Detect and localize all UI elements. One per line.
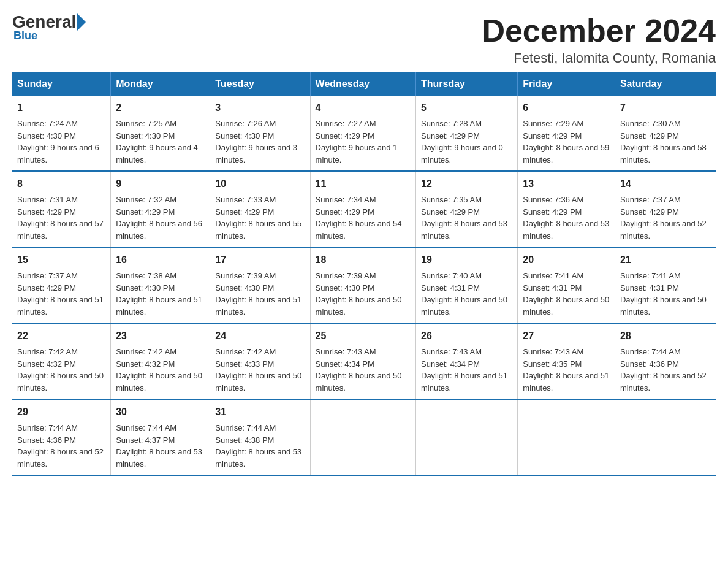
calendar-cell: 5 Sunrise: 7:28 AM Sunset: 4:29 PM Dayli… xyxy=(416,96,518,171)
calendar-cell xyxy=(615,399,716,475)
day-sunrise: Sunrise: 7:44 AM xyxy=(215,423,276,432)
day-sunrise: Sunrise: 7:36 AM xyxy=(523,195,583,204)
day-number: 5 xyxy=(421,101,512,115)
day-sunset: Sunset: 4:34 PM xyxy=(421,359,480,369)
day-sunrise: Sunrise: 7:35 AM xyxy=(421,195,482,204)
day-number: 10 xyxy=(215,177,305,191)
day-sunset: Sunset: 4:29 PM xyxy=(116,207,175,216)
day-sunrise: Sunrise: 7:27 AM xyxy=(316,119,376,128)
day-number: 7 xyxy=(620,101,711,115)
day-sunrise: Sunrise: 7:42 AM xyxy=(215,347,276,356)
calendar-cell: 24 Sunrise: 7:42 AM Sunset: 4:33 PM Dayl… xyxy=(210,323,310,399)
day-sunrise: Sunrise: 7:40 AM xyxy=(421,271,482,280)
calendar-cell: 6 Sunrise: 7:29 AM Sunset: 4:29 PM Dayli… xyxy=(518,96,615,171)
day-sunrise: Sunrise: 7:41 AM xyxy=(523,271,583,280)
day-daylight: Daylight: 8 hours and 51 minutes. xyxy=(421,371,507,393)
calendar-cell: 11 Sunrise: 7:34 AM Sunset: 4:29 PM Dayl… xyxy=(310,171,415,247)
day-sunset: Sunset: 4:30 PM xyxy=(316,283,374,293)
day-sunset: Sunset: 4:30 PM xyxy=(116,283,175,293)
day-sunrise: Sunrise: 7:28 AM xyxy=(421,119,482,128)
day-number: 2 xyxy=(116,101,205,115)
calendar-cell: 8 Sunrise: 7:31 AM Sunset: 4:29 PM Dayli… xyxy=(12,171,111,247)
calendar-cell: 23 Sunrise: 7:42 AM Sunset: 4:32 PM Dayl… xyxy=(111,323,210,399)
day-daylight: Daylight: 8 hours and 59 minutes. xyxy=(523,143,609,164)
day-daylight: Daylight: 8 hours and 50 minutes. xyxy=(620,295,707,316)
day-daylight: Daylight: 8 hours and 53 minutes. xyxy=(523,219,609,240)
day-number: 27 xyxy=(523,329,610,343)
day-sunset: Sunset: 4:29 PM xyxy=(620,207,679,216)
day-sunrise: Sunrise: 7:37 AM xyxy=(17,271,78,280)
day-daylight: Daylight: 9 hours and 3 minutes. xyxy=(215,143,297,164)
calendar-cell: 4 Sunrise: 7:27 AM Sunset: 4:29 PM Dayli… xyxy=(310,96,415,171)
day-daylight: Daylight: 9 hours and 4 minutes. xyxy=(116,143,198,164)
day-sunset: Sunset: 4:32 PM xyxy=(17,359,76,369)
day-number: 23 xyxy=(116,329,205,343)
day-sunset: Sunset: 4:30 PM xyxy=(215,283,274,293)
calendar-subtitle: Fetesti, Ialomita County, Romania xyxy=(482,50,716,66)
day-daylight: Daylight: 8 hours and 51 minutes. xyxy=(215,295,301,316)
day-sunrise: Sunrise: 7:44 AM xyxy=(116,423,176,432)
day-sunset: Sunset: 4:37 PM xyxy=(116,435,175,445)
day-daylight: Daylight: 8 hours and 58 minutes. xyxy=(620,143,707,164)
calendar-cell: 28 Sunrise: 7:44 AM Sunset: 4:36 PM Dayl… xyxy=(615,323,716,399)
day-number: 30 xyxy=(116,405,205,419)
day-number: 17 xyxy=(215,253,305,267)
header-wednesday: Wednesday xyxy=(310,72,415,96)
day-daylight: Daylight: 8 hours and 54 minutes. xyxy=(316,219,402,240)
day-sunrise: Sunrise: 7:43 AM xyxy=(316,347,376,356)
header-thursday: Thursday xyxy=(416,72,518,96)
calendar-cell: 3 Sunrise: 7:26 AM Sunset: 4:30 PM Dayli… xyxy=(210,96,310,171)
day-sunset: Sunset: 4:33 PM xyxy=(215,359,274,369)
calendar-week-row: 15 Sunrise: 7:37 AM Sunset: 4:29 PM Dayl… xyxy=(12,247,716,323)
day-daylight: Daylight: 8 hours and 53 minutes. xyxy=(421,219,507,240)
day-sunrise: Sunrise: 7:25 AM xyxy=(116,119,176,128)
day-number: 13 xyxy=(523,177,610,191)
day-number: 16 xyxy=(116,253,205,267)
day-number: 25 xyxy=(316,329,411,343)
calendar-cell: 29 Sunrise: 7:44 AM Sunset: 4:36 PM Dayl… xyxy=(12,399,111,475)
calendar-cell: 12 Sunrise: 7:35 AM Sunset: 4:29 PM Dayl… xyxy=(416,171,518,247)
day-daylight: Daylight: 9 hours and 0 minutes. xyxy=(421,143,503,164)
day-number: 28 xyxy=(620,329,711,343)
logo-blue-text: Blue xyxy=(13,29,37,42)
calendar-week-row: 22 Sunrise: 7:42 AM Sunset: 4:32 PM Dayl… xyxy=(12,323,716,399)
day-sunset: Sunset: 4:31 PM xyxy=(620,283,679,293)
logo: General Blue xyxy=(12,12,87,42)
day-daylight: Daylight: 9 hours and 6 minutes. xyxy=(17,143,99,164)
calendar-cell: 9 Sunrise: 7:32 AM Sunset: 4:29 PM Dayli… xyxy=(111,171,210,247)
day-sunset: Sunset: 4:32 PM xyxy=(116,359,175,369)
day-sunset: Sunset: 4:30 PM xyxy=(215,131,274,140)
calendar-header-row: SundayMondayTuesdayWednesdayThursdayFrid… xyxy=(12,72,716,96)
logo-arrow-icon xyxy=(77,13,86,31)
day-number: 15 xyxy=(17,253,105,267)
calendar-cell: 22 Sunrise: 7:42 AM Sunset: 4:32 PM Dayl… xyxy=(12,323,111,399)
day-number: 20 xyxy=(523,253,610,267)
calendar-week-row: 29 Sunrise: 7:44 AM Sunset: 4:36 PM Dayl… xyxy=(12,399,716,475)
day-daylight: Daylight: 8 hours and 53 minutes. xyxy=(215,447,301,469)
header-friday: Friday xyxy=(518,72,615,96)
day-sunrise: Sunrise: 7:31 AM xyxy=(17,195,78,204)
day-daylight: Daylight: 8 hours and 57 minutes. xyxy=(17,219,104,240)
day-number: 26 xyxy=(421,329,512,343)
calendar-cell: 10 Sunrise: 7:33 AM Sunset: 4:29 PM Dayl… xyxy=(210,171,310,247)
day-number: 12 xyxy=(421,177,512,191)
day-daylight: Daylight: 8 hours and 50 minutes. xyxy=(316,295,402,316)
day-sunrise: Sunrise: 7:44 AM xyxy=(17,423,78,432)
day-daylight: Daylight: 8 hours and 51 minutes. xyxy=(116,295,202,316)
day-number: 24 xyxy=(215,329,305,343)
day-sunset: Sunset: 4:29 PM xyxy=(523,207,582,216)
header-sunday: Sunday xyxy=(12,72,111,96)
day-sunset: Sunset: 4:30 PM xyxy=(116,131,175,140)
day-sunrise: Sunrise: 7:29 AM xyxy=(523,119,583,128)
calendar-cell: 31 Sunrise: 7:44 AM Sunset: 4:38 PM Dayl… xyxy=(210,399,310,475)
day-sunrise: Sunrise: 7:37 AM xyxy=(620,195,681,204)
calendar-cell: 2 Sunrise: 7:25 AM Sunset: 4:30 PM Dayli… xyxy=(111,96,210,171)
calendar-cell: 19 Sunrise: 7:40 AM Sunset: 4:31 PM Dayl… xyxy=(416,247,518,323)
day-sunrise: Sunrise: 7:43 AM xyxy=(523,347,583,356)
day-daylight: Daylight: 8 hours and 50 minutes. xyxy=(523,295,609,316)
day-number: 4 xyxy=(316,101,411,115)
calendar-cell: 16 Sunrise: 7:38 AM Sunset: 4:30 PM Dayl… xyxy=(111,247,210,323)
day-sunset: Sunset: 4:35 PM xyxy=(523,359,582,369)
day-number: 6 xyxy=(523,101,610,115)
day-sunrise: Sunrise: 7:34 AM xyxy=(316,195,376,204)
